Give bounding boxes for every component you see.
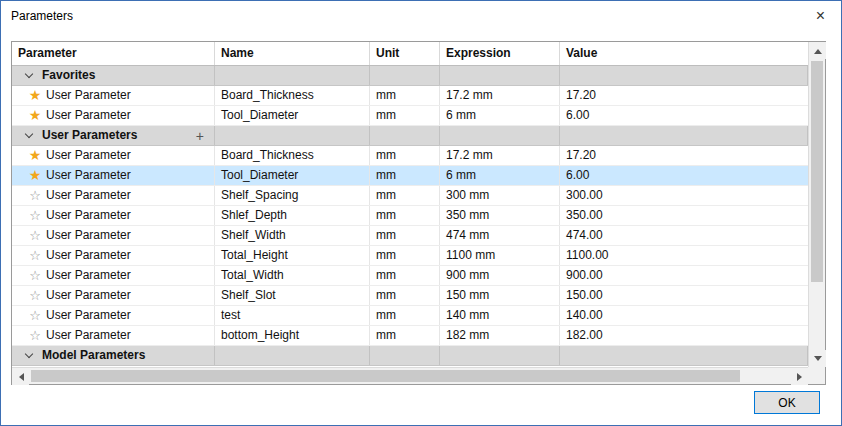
parameter-type-label: User Parameter [46,106,131,125]
section-header-row[interactable]: User Parameters + [12,126,808,146]
name-cell[interactable]: Total_Width [215,266,370,285]
value-cell: 900.00 [560,266,808,285]
parameter-type-label: User Parameter [46,86,131,105]
expression-cell[interactable]: 6 mm [440,106,560,125]
parameter-type-label: User Parameter [46,166,131,185]
table-row[interactable]: ★ User Parameter Tool_Diameter mm 6 mm 6… [12,166,808,186]
name-cell[interactable]: Shelf_Width [215,226,370,245]
name-cell[interactable]: Tool_Diameter [215,166,370,185]
unit-cell: mm [370,246,440,265]
parameters-table: Parameter Name Unit Expression Value Fav… [11,41,826,385]
table-row[interactable]: ☆ User Parameter Total_Height mm 1100 mm… [12,246,808,266]
right-arrow-icon [797,373,806,381]
table-row[interactable]: ☆ User Parameter Shlef_Depth mm 350 mm 3… [12,206,808,226]
vertical-scrollbar-thumb[interactable] [811,61,823,282]
expression-cell[interactable]: 140 mm [440,306,560,325]
column-header-parameter: Parameter [12,42,215,65]
column-header-expression: Expression [440,42,560,65]
favorite-star-icon[interactable]: ☆ [24,326,46,345]
section-header-row[interactable]: Favorites + [12,66,808,86]
section-label: Favorites [42,66,95,85]
favorite-star-icon[interactable]: ★ [24,146,46,165]
favorite-star-icon[interactable]: ★ [24,86,46,105]
section-label: Model Parameters [42,346,145,365]
favorite-star-icon[interactable]: ☆ [24,186,46,205]
chevron-down-icon[interactable] [25,130,33,138]
favorite-star-icon[interactable]: ★ [24,166,46,185]
vertical-scrollbar[interactable] [808,42,825,367]
table-row[interactable]: ☆ User Parameter bottom_Height mm 182 mm… [12,326,808,346]
expression-cell[interactable]: 6 mm [440,166,560,185]
unit-cell: mm [370,266,440,285]
expression-cell[interactable]: 900 mm [440,266,560,285]
name-cell[interactable]: test [215,306,370,325]
favorite-star-icon[interactable]: ★ [24,106,46,125]
expression-cell[interactable]: 17.2 mm [440,146,560,165]
name-cell[interactable]: Shelf_Spacing [215,186,370,205]
expression-cell[interactable]: 17.2 mm [440,86,560,105]
scroll-down-button[interactable] [809,350,826,367]
table-row[interactable]: ☆ User Parameter Shelf_Spacing mm 300 mm… [12,186,808,206]
unit-cell: mm [370,226,440,245]
name-cell[interactable]: Board_Thickness [215,146,370,165]
section-label: User Parameters [42,126,137,145]
ok-button[interactable]: OK [754,391,820,414]
table-row[interactable]: ☆ User Parameter Shelf_Width mm 474 mm 4… [12,226,808,246]
column-header-value: Value [560,42,808,65]
section-header-row[interactable]: Model Parameters + [12,346,808,366]
name-cell[interactable]: Shelf_Slot [215,286,370,305]
chevron-down-icon[interactable] [25,350,33,358]
expression-cell[interactable]: 182 mm [440,326,560,345]
name-cell[interactable]: bottom_Height [215,326,370,345]
table-row[interactable]: ☆ User Parameter test mm 140 mm 140.00 [12,306,808,326]
favorite-star-icon[interactable]: ☆ [24,206,46,225]
favorite-star-icon[interactable]: ☆ [24,286,46,305]
unit-cell: mm [370,206,440,225]
scroll-up-button[interactable] [809,42,826,59]
unit-cell: mm [370,326,440,345]
value-cell: 350.00 [560,206,808,225]
column-header-unit: Unit [370,42,440,65]
table-row[interactable]: ★ User Parameter Tool_Diameter mm 6 mm 6… [12,106,808,126]
name-cell[interactable]: Shlef_Depth [215,206,370,225]
table-row[interactable]: ★ User Parameter Board_Thickness mm 17.2… [12,86,808,106]
table-row[interactable]: ★ User Parameter Board_Thickness mm 17.2… [12,146,808,166]
name-cell[interactable]: Board_Thickness [215,86,370,105]
parameter-type-label: User Parameter [46,286,131,305]
expression-cell[interactable]: 300 mm [440,186,560,205]
expression-cell[interactable]: 474 mm [440,226,560,245]
name-cell[interactable]: Total_Height [215,246,370,265]
horizontal-scrollbar-thumb[interactable] [31,370,740,382]
close-icon[interactable]: × [812,6,829,26]
favorite-star-icon[interactable]: ☆ [24,306,46,325]
left-arrow-icon [15,373,24,381]
favorite-star-icon[interactable]: ☆ [24,246,46,265]
chevron-down-icon[interactable] [25,70,33,78]
scroll-left-button[interactable] [12,368,29,385]
add-parameter-icon[interactable]: + [196,127,204,145]
up-arrow-icon [814,45,822,54]
parameter-type-label: User Parameter [46,246,131,265]
value-cell: 182.00 [560,326,808,345]
unit-cell: mm [370,286,440,305]
horizontal-scrollbar[interactable] [12,367,808,384]
favorite-star-icon[interactable]: ☆ [24,226,46,245]
value-cell: 17.20 [560,146,808,165]
table-content: Parameter Name Unit Expression Value Fav… [12,42,808,367]
table-row[interactable]: ☆ User Parameter Shelf_Slot mm 150 mm 15… [12,286,808,306]
value-cell: 6.00 [560,106,808,125]
table-row[interactable]: ☆ User Parameter Total_Width mm 900 mm 9… [12,266,808,286]
expression-cell[interactable]: 350 mm [440,206,560,225]
horizontal-scroll-track[interactable] [29,368,791,384]
expression-cell[interactable]: 1100 mm [440,246,560,265]
vertical-scroll-track[interactable] [809,59,825,350]
favorite-star-icon[interactable]: ☆ [24,266,46,285]
expression-cell[interactable]: 150 mm [440,286,560,305]
scroll-right-button[interactable] [791,368,808,385]
name-cell[interactable]: Tool_Diameter [215,106,370,125]
table-header-row: Parameter Name Unit Expression Value [12,42,808,66]
parameters-dialog: Parameters × Parameter Name Unit Express… [0,0,842,426]
table-rows: Favorites + ★ User Parameter Board_Thick… [12,66,808,366]
down-arrow-icon [814,356,822,365]
parameter-type-label: User Parameter [46,306,131,325]
